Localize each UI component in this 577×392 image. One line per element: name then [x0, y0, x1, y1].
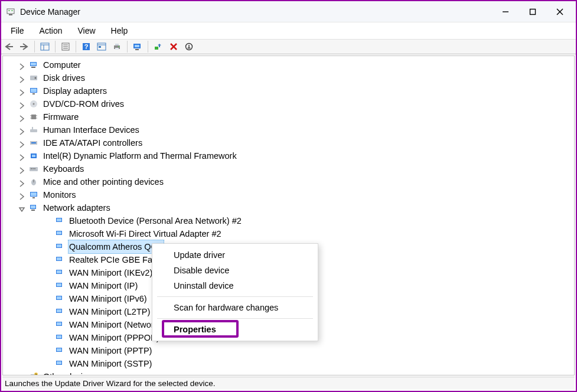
svg-point-37 [35, 77, 37, 79]
svg-rect-51 [31, 142, 36, 143]
tree-label: Microsoft Wi-Fi Direct Virtual Adapter #… [68, 227, 223, 240]
menu-action[interactable]: Action [32, 24, 70, 37]
chevron-right-icon[interactable] [18, 87, 27, 95]
chip-icon [29, 112, 38, 122]
svg-rect-28 [135, 49, 139, 50]
chevron-right-icon[interactable] [18, 139, 27, 147]
svg-rect-35 [31, 67, 35, 68]
tree-label: Display adapters [42, 84, 108, 97]
tree-label: IDE ATA/ATAPI controllers [42, 136, 144, 149]
tree-row[interactable]: WAN Miniport (PPTP) [3, 344, 574, 357]
close-button[interactable] [546, 2, 573, 21]
network-adapter-icon [55, 346, 64, 355]
monitor-icon [29, 190, 38, 200]
disable-device-button[interactable] [182, 40, 195, 53]
hid-icon [29, 125, 38, 135]
ctx-uninstall-device[interactable]: Uninstall device [152, 278, 318, 293]
ctx-scan-hardware[interactable]: Scan for hardware changes [152, 300, 318, 315]
chevron-down-icon[interactable] [18, 204, 27, 212]
network-adapter-icon [55, 268, 64, 277]
keyboard-icon [29, 164, 38, 174]
tree-row[interactable]: Mice and other pointing devices [3, 175, 574, 188]
menu-view[interactable]: View [70, 24, 102, 37]
chevron-right-icon[interactable] [18, 152, 27, 160]
menu-file[interactable]: File [4, 24, 31, 37]
svg-rect-79 [57, 296, 61, 299]
context-menu: Update driver Disable device Uninstall d… [152, 243, 318, 341]
dvd-icon [29, 99, 38, 109]
tree-label: WAN Miniport (PPTP) [68, 344, 153, 357]
tree-label: Computer [42, 58, 82, 71]
tree-row[interactable]: IDE ATA/ATAPI controllers [3, 136, 574, 149]
tree-row[interactable]: Bluetooth Device (Personal Area Network)… [3, 214, 574, 227]
tree-row[interactable]: Microsoft Wi-Fi Direct Virtual Adapter #… [3, 227, 574, 240]
tree-label: Disk drives [42, 71, 86, 84]
tree-row[interactable]: Disk drives [3, 71, 574, 84]
tree-row[interactable]: Human Interface Devices [3, 123, 574, 136]
chevron-right-icon[interactable] [18, 191, 27, 199]
tree-row[interactable]: ? Other devices [3, 370, 574, 375]
tree-row[interactable]: Intel(R) Dynamic Platform and Thermal Fr… [3, 149, 574, 162]
network-adapter-icon [55, 255, 64, 264]
print-icon[interactable] [110, 40, 123, 53]
svg-rect-56 [32, 168, 34, 169]
tree-row[interactable]: Display adapters [3, 84, 574, 97]
chevron-right-icon[interactable] [18, 373, 27, 375]
tree-row[interactable]: Keyboards [3, 162, 574, 175]
tree-label: Qualcomm Atheros QCA [68, 240, 164, 254]
tree-row[interactable]: Firmware [3, 110, 574, 123]
menubar: File Action View Help [1, 22, 576, 39]
maximize-button[interactable] [519, 2, 546, 21]
network-adapter-icon [55, 229, 64, 239]
chevron-right-icon[interactable] [18, 113, 27, 121]
svg-rect-1 [8, 10, 10, 11]
chevron-right-icon[interactable] [18, 178, 27, 186]
ctx-properties[interactable]: Properties [152, 322, 318, 337]
update-driver-button[interactable] [152, 40, 165, 53]
menu-help[interactable]: Help [104, 24, 135, 37]
network-adapter-icon [55, 242, 64, 251]
statusbar: Launches the Update Driver Wizard for th… [2, 377, 575, 390]
tree-label: Firmware [42, 110, 80, 123]
back-button[interactable] [2, 40, 15, 53]
chevron-right-icon[interactable] [18, 126, 27, 134]
tree-row[interactable]: Network adapters [3, 201, 574, 214]
status-text: Launches the Update Driver Wizard for th… [5, 379, 215, 388]
tree-row[interactable]: Monitors [3, 188, 574, 201]
action-list-button[interactable] [95, 40, 108, 53]
tree-row[interactable]: DVD/CD-ROM drives [3, 97, 574, 110]
chevron-right-icon[interactable] [18, 100, 27, 108]
tree-row[interactable]: Computer [3, 58, 574, 71]
uninstall-device-button[interactable] [167, 40, 180, 53]
help-button[interactable]: ? [80, 40, 93, 53]
svg-rect-3 [9, 14, 12, 15]
svg-rect-2 [11, 10, 13, 11]
svg-point-42 [33, 103, 35, 105]
show-hide-console-button[interactable] [38, 40, 51, 53]
tree-row[interactable]: WAN Miniport (SSTP) [3, 357, 574, 370]
chevron-right-icon[interactable] [18, 61, 27, 69]
chevron-right-icon[interactable] [18, 165, 27, 173]
properties-button[interactable] [59, 40, 72, 53]
network-icon [29, 203, 38, 213]
svg-rect-34 [31, 63, 36, 66]
ctx-disable-device[interactable]: Disable device [152, 263, 318, 278]
network-adapter-icon [55, 281, 64, 290]
minimize-button[interactable] [492, 2, 519, 21]
svg-rect-83 [57, 322, 61, 325]
computer-icon [29, 60, 38, 70]
svg-rect-0 [7, 9, 14, 14]
svg-rect-21 [99, 46, 101, 48]
svg-rect-87 [57, 348, 61, 351]
scan-hardware-button[interactable] [131, 40, 144, 53]
svg-rect-69 [57, 231, 61, 234]
forward-button[interactable] [18, 40, 31, 53]
tree-label: Bluetooth Device (Personal Area Network)… [68, 214, 243, 227]
ctx-update-driver[interactable]: Update driver [152, 247, 318, 263]
other-devices-icon: ? [29, 372, 38, 375]
app-icon [6, 7, 15, 17]
chevron-right-icon[interactable] [18, 74, 27, 82]
svg-rect-62 [32, 197, 35, 198]
svg-rect-57 [34, 168, 35, 169]
svg-rect-10 [41, 43, 49, 50]
